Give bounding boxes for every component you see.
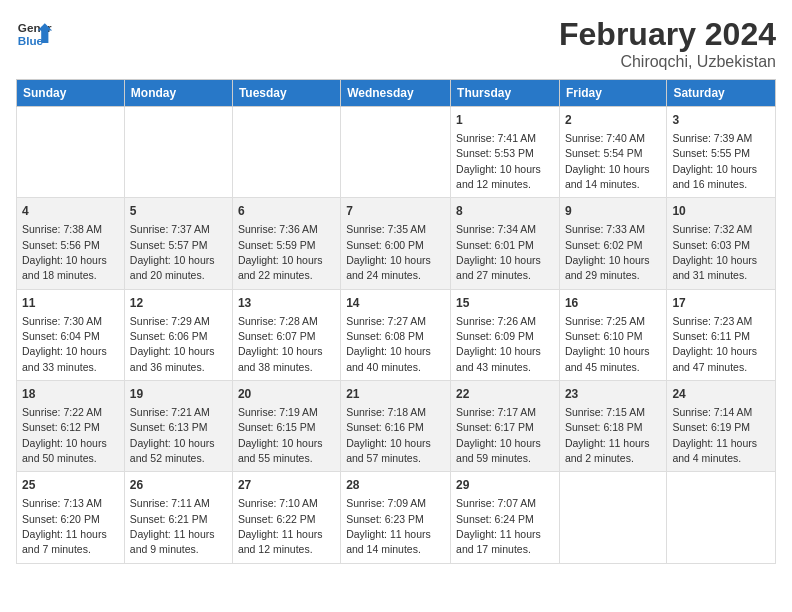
day-number: 18 (22, 386, 119, 403)
svg-text:Blue: Blue (18, 34, 44, 47)
day-info: Sunrise: 7:37 AM Sunset: 5:57 PM Dayligh… (130, 223, 215, 281)
day-number: 28 (346, 477, 445, 494)
calendar-cell: 17Sunrise: 7:23 AM Sunset: 6:11 PM Dayli… (667, 289, 776, 380)
calendar-cell: 9Sunrise: 7:33 AM Sunset: 6:02 PM Daylig… (559, 198, 666, 289)
week-row-1: 4Sunrise: 7:38 AM Sunset: 5:56 PM Daylig… (17, 198, 776, 289)
calendar-cell: 23Sunrise: 7:15 AM Sunset: 6:18 PM Dayli… (559, 381, 666, 472)
calendar-cell (341, 107, 451, 198)
calendar-cell: 5Sunrise: 7:37 AM Sunset: 5:57 PM Daylig… (124, 198, 232, 289)
day-info: Sunrise: 7:41 AM Sunset: 5:53 PM Dayligh… (456, 132, 541, 190)
day-info: Sunrise: 7:35 AM Sunset: 6:00 PM Dayligh… (346, 223, 431, 281)
day-info: Sunrise: 7:07 AM Sunset: 6:24 PM Dayligh… (456, 497, 541, 555)
calendar-cell: 20Sunrise: 7:19 AM Sunset: 6:15 PM Dayli… (232, 381, 340, 472)
day-number: 11 (22, 295, 119, 312)
calendar-cell: 27Sunrise: 7:10 AM Sunset: 6:22 PM Dayli… (232, 472, 340, 563)
col-header-friday: Friday (559, 80, 666, 107)
day-number: 13 (238, 295, 335, 312)
logo: General Blue (16, 16, 52, 52)
calendar-cell (17, 107, 125, 198)
week-row-0: 1Sunrise: 7:41 AM Sunset: 5:53 PM Daylig… (17, 107, 776, 198)
calendar-cell: 29Sunrise: 7:07 AM Sunset: 6:24 PM Dayli… (451, 472, 560, 563)
day-number: 29 (456, 477, 554, 494)
calendar-cell: 16Sunrise: 7:25 AM Sunset: 6:10 PM Dayli… (559, 289, 666, 380)
main-title: February 2024 (559, 16, 776, 53)
subtitle: Chiroqchi, Uzbekistan (559, 53, 776, 71)
calendar-cell: 24Sunrise: 7:14 AM Sunset: 6:19 PM Dayli… (667, 381, 776, 472)
day-number: 12 (130, 295, 227, 312)
page-header: General Blue February 2024 Chiroqchi, Uz… (16, 16, 776, 71)
day-number: 26 (130, 477, 227, 494)
calendar-cell (559, 472, 666, 563)
day-info: Sunrise: 7:09 AM Sunset: 6:23 PM Dayligh… (346, 497, 431, 555)
calendar-cell: 28Sunrise: 7:09 AM Sunset: 6:23 PM Dayli… (341, 472, 451, 563)
day-info: Sunrise: 7:18 AM Sunset: 6:16 PM Dayligh… (346, 406, 431, 464)
day-number: 6 (238, 203, 335, 220)
week-row-2: 11Sunrise: 7:30 AM Sunset: 6:04 PM Dayli… (17, 289, 776, 380)
week-row-3: 18Sunrise: 7:22 AM Sunset: 6:12 PM Dayli… (17, 381, 776, 472)
calendar-cell: 6Sunrise: 7:36 AM Sunset: 5:59 PM Daylig… (232, 198, 340, 289)
day-number: 17 (672, 295, 770, 312)
calendar-cell: 11Sunrise: 7:30 AM Sunset: 6:04 PM Dayli… (17, 289, 125, 380)
calendar-cell: 15Sunrise: 7:26 AM Sunset: 6:09 PM Dayli… (451, 289, 560, 380)
day-info: Sunrise: 7:21 AM Sunset: 6:13 PM Dayligh… (130, 406, 215, 464)
calendar-cell (667, 472, 776, 563)
calendar-cell: 26Sunrise: 7:11 AM Sunset: 6:21 PM Dayli… (124, 472, 232, 563)
calendar-cell (124, 107, 232, 198)
day-number: 24 (672, 386, 770, 403)
day-info: Sunrise: 7:40 AM Sunset: 5:54 PM Dayligh… (565, 132, 650, 190)
calendar-cell: 14Sunrise: 7:27 AM Sunset: 6:08 PM Dayli… (341, 289, 451, 380)
day-number: 5 (130, 203, 227, 220)
day-number: 4 (22, 203, 119, 220)
col-header-wednesday: Wednesday (341, 80, 451, 107)
calendar-cell: 13Sunrise: 7:28 AM Sunset: 6:07 PM Dayli… (232, 289, 340, 380)
title-block: February 2024 Chiroqchi, Uzbekistan (559, 16, 776, 71)
col-header-sunday: Sunday (17, 80, 125, 107)
calendar-cell: 22Sunrise: 7:17 AM Sunset: 6:17 PM Dayli… (451, 381, 560, 472)
day-info: Sunrise: 7:36 AM Sunset: 5:59 PM Dayligh… (238, 223, 323, 281)
day-info: Sunrise: 7:33 AM Sunset: 6:02 PM Dayligh… (565, 223, 650, 281)
calendar-cell: 19Sunrise: 7:21 AM Sunset: 6:13 PM Dayli… (124, 381, 232, 472)
day-number: 19 (130, 386, 227, 403)
col-header-tuesday: Tuesday (232, 80, 340, 107)
calendar-cell (232, 107, 340, 198)
day-number: 2 (565, 112, 661, 129)
day-info: Sunrise: 7:23 AM Sunset: 6:11 PM Dayligh… (672, 315, 757, 373)
calendar-cell: 21Sunrise: 7:18 AM Sunset: 6:16 PM Dayli… (341, 381, 451, 472)
day-number: 25 (22, 477, 119, 494)
calendar-cell: 25Sunrise: 7:13 AM Sunset: 6:20 PM Dayli… (17, 472, 125, 563)
calendar-cell: 12Sunrise: 7:29 AM Sunset: 6:06 PM Dayli… (124, 289, 232, 380)
day-info: Sunrise: 7:27 AM Sunset: 6:08 PM Dayligh… (346, 315, 431, 373)
calendar-cell: 3Sunrise: 7:39 AM Sunset: 5:55 PM Daylig… (667, 107, 776, 198)
day-number: 10 (672, 203, 770, 220)
day-info: Sunrise: 7:13 AM Sunset: 6:20 PM Dayligh… (22, 497, 107, 555)
day-number: 15 (456, 295, 554, 312)
col-header-thursday: Thursday (451, 80, 560, 107)
day-number: 3 (672, 112, 770, 129)
day-info: Sunrise: 7:32 AM Sunset: 6:03 PM Dayligh… (672, 223, 757, 281)
day-number: 27 (238, 477, 335, 494)
calendar-cell: 7Sunrise: 7:35 AM Sunset: 6:00 PM Daylig… (341, 198, 451, 289)
day-info: Sunrise: 7:25 AM Sunset: 6:10 PM Dayligh… (565, 315, 650, 373)
day-info: Sunrise: 7:10 AM Sunset: 6:22 PM Dayligh… (238, 497, 323, 555)
day-number: 16 (565, 295, 661, 312)
week-row-4: 25Sunrise: 7:13 AM Sunset: 6:20 PM Dayli… (17, 472, 776, 563)
day-number: 7 (346, 203, 445, 220)
day-info: Sunrise: 7:22 AM Sunset: 6:12 PM Dayligh… (22, 406, 107, 464)
day-info: Sunrise: 7:19 AM Sunset: 6:15 PM Dayligh… (238, 406, 323, 464)
col-header-monday: Monday (124, 80, 232, 107)
day-info: Sunrise: 7:28 AM Sunset: 6:07 PM Dayligh… (238, 315, 323, 373)
day-info: Sunrise: 7:15 AM Sunset: 6:18 PM Dayligh… (565, 406, 650, 464)
day-info: Sunrise: 7:34 AM Sunset: 6:01 PM Dayligh… (456, 223, 541, 281)
day-number: 14 (346, 295, 445, 312)
day-info: Sunrise: 7:17 AM Sunset: 6:17 PM Dayligh… (456, 406, 541, 464)
day-number: 23 (565, 386, 661, 403)
day-number: 21 (346, 386, 445, 403)
day-info: Sunrise: 7:11 AM Sunset: 6:21 PM Dayligh… (130, 497, 215, 555)
day-number: 8 (456, 203, 554, 220)
day-number: 20 (238, 386, 335, 403)
day-info: Sunrise: 7:38 AM Sunset: 5:56 PM Dayligh… (22, 223, 107, 281)
day-info: Sunrise: 7:30 AM Sunset: 6:04 PM Dayligh… (22, 315, 107, 373)
calendar-cell: 1Sunrise: 7:41 AM Sunset: 5:53 PM Daylig… (451, 107, 560, 198)
day-number: 9 (565, 203, 661, 220)
calendar-cell: 4Sunrise: 7:38 AM Sunset: 5:56 PM Daylig… (17, 198, 125, 289)
